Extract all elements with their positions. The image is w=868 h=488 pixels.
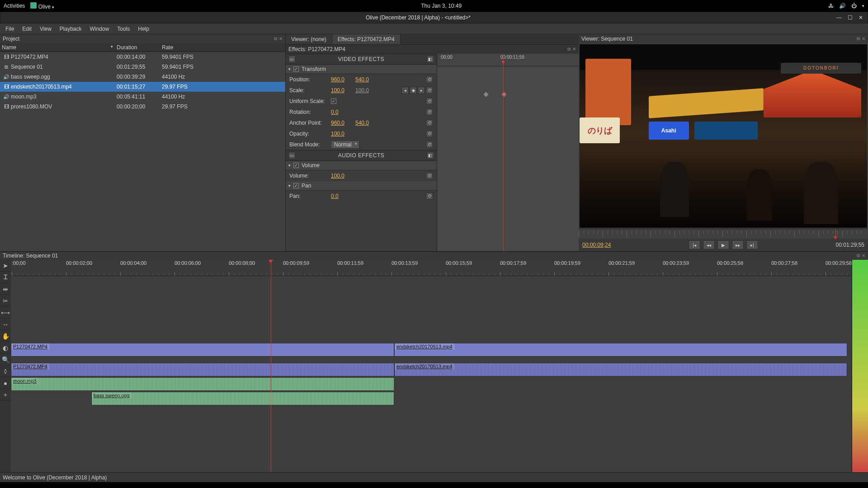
- clip-audio[interactable]: moon.mp3: [11, 377, 394, 391]
- add-audio-effect-icon[interactable]: ▭: [288, 152, 296, 159]
- panel-close-icon[interactable]: ✕: [862, 253, 865, 258]
- scale-y[interactable]: 100.0: [355, 87, 375, 94]
- keyframe-playhead[interactable]: [503, 54, 504, 251]
- scale-x[interactable]: 100.0: [331, 87, 351, 94]
- pan-enable-checkbox[interactable]: ✓: [293, 183, 299, 188]
- col-duration[interactable]: Duration: [117, 44, 162, 51]
- tool-slide[interactable]: ↔: [0, 319, 11, 330]
- clip-audio[interactable]: P1270472.MP4: [11, 363, 394, 376]
- tool-record[interactable]: ●: [0, 377, 11, 389]
- viewer-canvas[interactable]: Asahi のりば DOTONBORI: [580, 44, 867, 228]
- panel-undock-icon[interactable]: ⧉: [567, 47, 571, 52]
- next-keyframe-icon[interactable]: ▸: [418, 87, 425, 94]
- prev-keyframe-icon[interactable]: ◂: [401, 87, 409, 94]
- maximize-button[interactable]: ☐: [847, 14, 853, 21]
- menu-edit[interactable]: Edit: [19, 24, 35, 33]
- panel-undock-icon[interactable]: ⧉: [274, 36, 277, 42]
- uniform-scale-checkbox[interactable]: ✓: [331, 99, 336, 104]
- keyframe-toggle-icon[interactable]: ⏱: [426, 192, 433, 200]
- tool-add[interactable]: ＋: [0, 389, 11, 401]
- viewer-ruler[interactable]: [579, 229, 868, 239]
- clock[interactable]: Thu Jan 3, 10:49: [54, 3, 828, 9]
- clip-video[interactable]: P1270472.MP4: [11, 343, 394, 357]
- volume-icon[interactable]: 🔊: [839, 3, 846, 9]
- anchor-y[interactable]: 540.0: [355, 120, 375, 126]
- project-row[interactable]: ⧉Sequence 0100:01:29;5559.9401 FPS: [0, 62, 285, 72]
- tool-razor[interactable]: ✂: [0, 295, 11, 307]
- keyframe-toggle-icon[interactable]: ⏱: [426, 98, 433, 105]
- menu-window[interactable]: Window: [86, 24, 113, 33]
- keyframe-ruler[interactable]: :00;00 00:00:11;59: [437, 54, 579, 66]
- tab-effects[interactable]: Effects: P1270472.MP4: [332, 34, 401, 44]
- tool-slip[interactable]: ⟷: [0, 307, 11, 319]
- keyframe-toggle-icon[interactable]: ⏱: [426, 108, 433, 116]
- keyframe-toggle-icon[interactable]: ⏱: [426, 172, 433, 179]
- menu-playback[interactable]: Playback: [56, 24, 85, 33]
- prev-frame-button[interactable]: ◂◂: [703, 240, 715, 249]
- tool-edit[interactable]: Ꮖ: [0, 272, 11, 283]
- timeline-ruler[interactable]: :00;0000:00:02;0000:00:04;0000:00:06;000…: [11, 260, 852, 276]
- rotation-value[interactable]: 0.0: [331, 109, 351, 115]
- pan-value[interactable]: 0.0: [331, 193, 351, 199]
- panel-undock-icon[interactable]: ⧉: [857, 253, 860, 258]
- keyframe-marker[interactable]: [501, 92, 506, 97]
- col-rate[interactable]: Rate: [162, 44, 283, 51]
- go-start-button[interactable]: |◂: [689, 240, 700, 249]
- panel-close-icon[interactable]: ✕: [572, 47, 576, 52]
- clip-audio[interactable]: endsketch20170513.mp4: [394, 363, 847, 376]
- menu-file[interactable]: File: [2, 24, 18, 33]
- collapse-icon[interactable]: ▾: [288, 183, 291, 188]
- power-icon[interactable]: ⏻: [851, 3, 857, 9]
- keyframe-marker[interactable]: [483, 92, 488, 97]
- menu-tools[interactable]: Tools: [113, 24, 133, 33]
- collapse-icon[interactable]: ▾: [288, 163, 291, 168]
- tool-snap[interactable]: ⧲: [0, 366, 11, 377]
- keyframe-toggle-icon[interactable]: ⏱: [426, 130, 433, 137]
- project-row[interactable]: 🔊bass sweep.ogg00:00:39:2944100 Hz: [0, 72, 285, 82]
- anchor-x[interactable]: 960.0: [331, 120, 351, 126]
- viewer-current-time[interactable]: 00:00:09;24: [582, 242, 611, 248]
- tool-pointer[interactable]: ➤: [0, 260, 11, 272]
- keyframe-toggle-icon[interactable]: ⏱: [426, 141, 433, 148]
- add-transition-icon[interactable]: ◧: [427, 152, 434, 159]
- system-menu-caret-icon[interactable]: ▾: [862, 4, 864, 8]
- panel-close-icon[interactable]: ✕: [862, 36, 865, 42]
- project-row[interactable]: 🎞P1270472.MP400:00:14;0059.9401 FPS: [0, 52, 285, 62]
- app-menu[interactable]: Olive ▾: [30, 2, 54, 10]
- opacity-value[interactable]: 100.0: [331, 131, 351, 137]
- add-video-effect-icon[interactable]: ▭: [288, 56, 296, 63]
- panel-undock-icon[interactable]: ⧉: [857, 36, 860, 42]
- activities-button[interactable]: Activities: [4, 3, 25, 9]
- transform-enable-checkbox[interactable]: ✓: [293, 66, 299, 72]
- project-rows[interactable]: 🎞P1270472.MP400:00:14;0059.9401 FPS⧉Sequ…: [0, 52, 285, 251]
- menu-help[interactable]: Help: [134, 24, 153, 33]
- menu-view[interactable]: View: [36, 24, 55, 33]
- timeline-playhead[interactable]: [271, 260, 271, 472]
- volume-enable-checkbox[interactable]: ✓: [293, 163, 299, 168]
- tool-ripple[interactable]: ⇹: [0, 283, 11, 295]
- collapse-icon[interactable]: ▾: [288, 67, 291, 71]
- tool-hand[interactable]: ✋: [0, 330, 11, 342]
- blend-mode-select[interactable]: Normal: [331, 141, 359, 149]
- project-row[interactable]: 🎞endsketch20170513.mp400:01:15;2729.97 F…: [0, 82, 285, 92]
- tab-viewer-none[interactable]: Viewer: (none): [286, 34, 332, 44]
- play-button[interactable]: ▶: [717, 240, 729, 249]
- volume-value[interactable]: 100.0: [331, 173, 351, 179]
- network-icon[interactable]: 🖧: [828, 3, 834, 9]
- keyframe-toggle-icon[interactable]: ⏱: [426, 119, 433, 127]
- tool-transition[interactable]: ◐: [0, 342, 11, 354]
- clip-video[interactable]: endsketch20170513.mp4: [394, 343, 847, 357]
- position-y[interactable]: 540.0: [355, 76, 375, 83]
- add-keyframe-icon[interactable]: ◆: [410, 87, 417, 94]
- col-name[interactable]: Name: [2, 44, 16, 51]
- project-row[interactable]: 🔊moon.mp300:05:41:1144100 Hz: [0, 92, 285, 102]
- project-row[interactable]: 🎞prores1080.MOV00:00:20;0029.97 FPS: [0, 102, 285, 112]
- next-frame-button[interactable]: ▸▸: [732, 240, 744, 249]
- viewer-playhead[interactable]: [835, 229, 836, 239]
- sort-caret-icon[interactable]: ▾: [111, 44, 113, 51]
- close-button[interactable]: ✕: [858, 14, 864, 21]
- keyframe-toggle-icon[interactable]: ⏱: [426, 76, 433, 83]
- keyframe-toggle-icon[interactable]: ⏱: [426, 87, 433, 94]
- panel-close-icon[interactable]: ✕: [279, 36, 283, 42]
- tool-zoom[interactable]: 🔍: [0, 354, 11, 366]
